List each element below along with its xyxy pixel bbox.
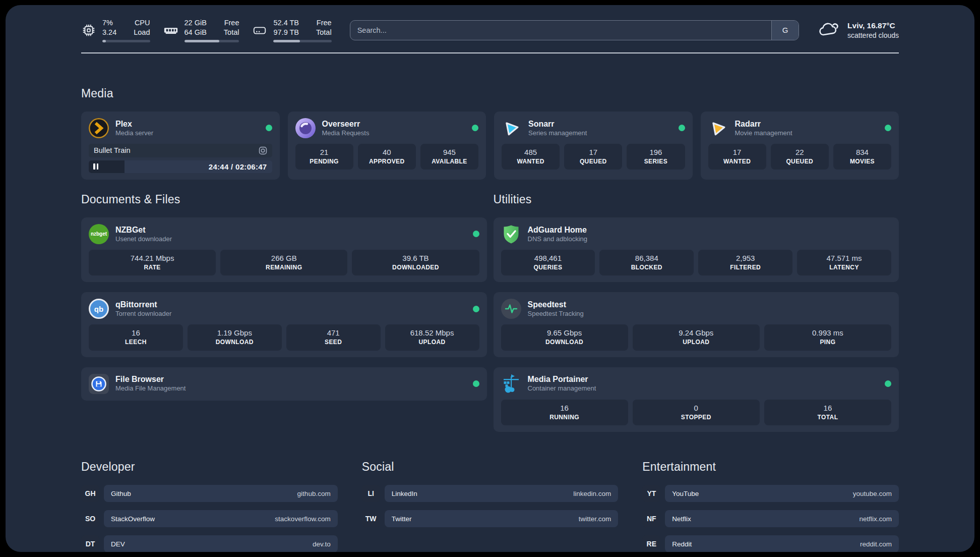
search-bar: G xyxy=(350,20,799,40)
bookmark-url: github.com xyxy=(297,490,331,497)
ram-progress-fill xyxy=(185,40,220,42)
stat-box: 22 QUEUED xyxy=(771,144,829,170)
bookmark-netflix[interactable]: NF Netflix netflix.com xyxy=(642,510,899,527)
search-input[interactable] xyxy=(350,21,771,40)
app-name: Media Portainer xyxy=(528,374,596,384)
bookmark-label: Reddit xyxy=(672,540,692,548)
weather-widget: Lviv, 16.87°C scattered clouds xyxy=(818,20,899,40)
stat-box: 618.52 Mbps UPLOAD xyxy=(385,324,479,350)
dashboard-window: 7% 3.24 CPU Load xyxy=(6,5,974,552)
bookmark-label: Github xyxy=(111,490,131,497)
sonarr-icon xyxy=(502,118,522,138)
app-desc: DNS and adblocking xyxy=(528,235,588,243)
bookmark-url: linkedin.com xyxy=(573,490,611,497)
bookmark-reddit[interactable]: RE Reddit reddit.com xyxy=(642,535,899,552)
app-desc: Media File Management xyxy=(115,384,186,393)
weather-location-temp: Lviv, 16.87°C xyxy=(847,21,899,31)
app-card-qbittorrent[interactable]: qb qBittorrent Torrent downloader 16 LEE… xyxy=(81,292,487,357)
player-time: 24:44 / 02:06:47 xyxy=(209,162,267,171)
app-desc: Movie management xyxy=(735,129,792,137)
cpu-usage: 7% xyxy=(102,18,116,28)
app-name: NZBGet xyxy=(115,225,172,235)
app-card-radarr[interactable]: Radarr Movie management 17 WANTED 22 QUE… xyxy=(701,112,899,180)
disk-progress xyxy=(273,40,331,42)
stat-box: 21 PENDING xyxy=(295,144,353,170)
bookmark-twitter[interactable]: TW Twitter twitter.com xyxy=(362,510,619,527)
disk-free: 52.4 TB xyxy=(273,18,299,28)
utilities-column: AdGuard Home DNS and adblocking 498,461 … xyxy=(494,217,899,432)
section-title-social: Social xyxy=(362,460,619,474)
app-card-adguard[interactable]: AdGuard Home DNS and adblocking 498,461 … xyxy=(494,217,899,282)
app-desc: Usenet downloader xyxy=(115,235,172,243)
bookmark-abbr: LI xyxy=(362,485,380,502)
stat-box: 1.19 Gbps DOWNLOAD xyxy=(188,324,282,350)
status-dot xyxy=(473,380,479,387)
app-name: qBittorrent xyxy=(115,300,171,310)
app-name: Plex xyxy=(115,119,153,129)
bookmark-linkedin[interactable]: LI LinkedIn linkedin.com xyxy=(362,485,619,502)
stat-box: 498,461 QUERIES xyxy=(501,250,595,275)
status-dot xyxy=(885,380,891,387)
section-title-media: Media xyxy=(81,87,899,100)
plex-icon xyxy=(89,118,109,138)
ram-free: 22 GiB xyxy=(185,18,207,28)
bookmark-abbr: RE xyxy=(642,535,660,552)
app-desc: Series management xyxy=(528,129,587,137)
ram-widget: 22 GiB 64 GiB Free Total xyxy=(163,18,239,42)
ram-icon xyxy=(163,23,178,38)
stat-box: 0 STOPPED xyxy=(633,400,760,425)
ram-progress xyxy=(185,40,239,42)
status-dot xyxy=(473,306,479,312)
app-card-portainer[interactable]: Media Portainer Container management 16 … xyxy=(494,367,899,432)
search-engine-button[interactable]: G xyxy=(771,21,799,40)
now-playing-title: Bullet Train xyxy=(94,146,131,154)
cpu-icon xyxy=(81,23,96,38)
top-bar: 7% 3.24 CPU Load xyxy=(81,18,899,42)
cpu-progress xyxy=(102,40,150,42)
bookmark-url: reddit.com xyxy=(860,540,892,548)
ram-label-2: Total xyxy=(224,28,239,37)
bookmark-github[interactable]: GH Github github.com xyxy=(81,485,338,502)
bookmark-abbr: GH xyxy=(81,485,99,502)
disk-label-1: Free xyxy=(316,18,332,28)
section-title-documents: Documents & Files xyxy=(81,193,487,206)
bookmark-abbr: NF xyxy=(642,510,660,527)
status-dot xyxy=(473,231,479,237)
app-card-filebrowser[interactable]: File Browser Media File Management xyxy=(81,367,487,401)
bookmark-label: Netflix xyxy=(672,515,691,523)
now-playing-row: Bullet Train xyxy=(89,144,272,157)
stat-box: 86,384 BLOCKED xyxy=(599,250,694,275)
app-desc: Media server xyxy=(115,129,153,137)
status-dot xyxy=(679,125,685,131)
bookmark-url: stackoverflow.com xyxy=(275,515,330,523)
cpu-label-1: CPU xyxy=(134,18,150,28)
radarr-icon xyxy=(708,118,728,138)
app-card-speedtest[interactable]: Speedtest Speedtest Tracking 9.65 Gbps D… xyxy=(494,292,899,357)
system-stats: 7% 3.24 CPU Load xyxy=(81,18,332,42)
app-name: Sonarr xyxy=(528,119,587,129)
ram-total: 64 GiB xyxy=(185,28,207,37)
app-card-sonarr[interactable]: Sonarr Series management 485 WANTED 17 Q… xyxy=(494,112,693,180)
app-card-nzbget[interactable]: nzbget NZBGet Usenet downloader 744.21 M… xyxy=(81,217,487,282)
stat-box: 9.65 Gbps DOWNLOAD xyxy=(501,324,628,350)
player-device-icon xyxy=(259,146,267,155)
stat-box: 47.571 ms LATENCY xyxy=(797,250,891,275)
bookmark-dev[interactable]: DT DEV dev.to xyxy=(81,535,338,552)
ram-label-1: Free xyxy=(224,18,239,28)
player-progress-bar[interactable]: 24:44 / 02:06:47 xyxy=(89,160,272,173)
app-card-overseerr[interactable]: Overseerr Media Requests 21 PENDING 40 A… xyxy=(288,112,486,180)
pause-icon[interactable] xyxy=(93,163,98,170)
nzbget-icon: nzbget xyxy=(89,224,109,244)
cpu-loadavg: 3.24 xyxy=(102,28,116,37)
app-desc: Torrent downloader xyxy=(115,310,171,318)
bookmark-stackoverflow[interactable]: SO StackOverflow stackoverflow.com xyxy=(81,510,338,527)
bookmark-youtube[interactable]: YT YouTube youtube.com xyxy=(642,485,899,502)
app-name: Radarr xyxy=(735,119,792,129)
documents-column: nzbget NZBGet Usenet downloader 744.21 M… xyxy=(81,217,487,401)
status-dot xyxy=(885,125,891,131)
app-name: AdGuard Home xyxy=(528,225,588,235)
app-card-plex[interactable]: Plex Media server Bullet Train xyxy=(81,112,280,180)
stat-box: 266 GB REMAINING xyxy=(220,250,347,275)
stat-box: 0.993 ms PING xyxy=(764,324,891,350)
app-name: Overseerr xyxy=(322,119,370,129)
